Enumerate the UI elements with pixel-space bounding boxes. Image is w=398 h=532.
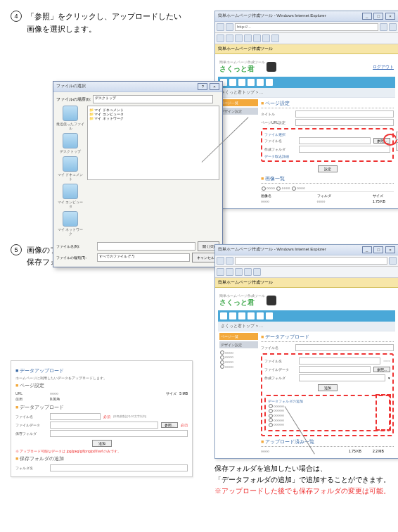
table-row[interactable]: ○○○○ 1.75 KB 2.2 MB — [261, 448, 394, 454]
foldername-input[interactable] — [50, 464, 188, 471]
dialog-file-list[interactable]: マイ ドキュメント マイ コンピュータ マイ ネットワーク — [87, 106, 219, 180]
place-recent[interactable]: 最近使ったファイル — [56, 106, 84, 130]
radio-option[interactable] — [220, 355, 224, 360]
radio-option[interactable] — [269, 414, 273, 418]
folder-select[interactable] — [299, 374, 385, 381]
place-desktop[interactable]: デスクトップ — [56, 133, 84, 153]
breadcrumb: さくっと君トップ > … — [218, 88, 395, 98]
minimize-button[interactable]: _ — [362, 246, 372, 253]
radio-option[interactable] — [269, 423, 273, 427]
help-button[interactable]: ? — [198, 83, 207, 90]
radio-option[interactable] — [292, 186, 296, 191]
sidebar-item[interactable]: ページ一覧 — [219, 99, 258, 106]
place-network[interactable]: マイ ネットワーク — [56, 211, 84, 236]
toolbar-icon[interactable] — [253, 268, 261, 276]
forward-icon[interactable] — [226, 23, 233, 31]
file-input[interactable] — [295, 344, 394, 351]
address-bar[interactable]: http://... — [235, 23, 378, 31]
menu-icon[interactable] — [257, 312, 264, 319]
filetype-select[interactable]: すべてのファイル (*.*) — [97, 253, 190, 262]
folder-select[interactable] — [50, 430, 188, 437]
menu-icon[interactable] — [238, 312, 245, 319]
step-5-caption: 保存フォルダを追加したい場合は、 「データフォルダの追加」で追加することができま… — [214, 463, 398, 497]
folder-select[interactable] — [299, 146, 390, 153]
close-button[interactable]: × — [385, 13, 395, 20]
menu-icon[interactable] — [229, 312, 236, 319]
add-button[interactable]: 追加 — [318, 384, 338, 391]
title-input[interactable] — [295, 110, 394, 118]
radio-option[interactable] — [220, 350, 224, 355]
filedata-input[interactable] — [50, 422, 158, 429]
place-computer[interactable]: マイ コンピュータ — [56, 184, 84, 208]
forward-icon[interactable] — [226, 257, 233, 265]
logout-link[interactable]: ログアウト — [373, 64, 394, 70]
filename-input[interactable] — [299, 137, 371, 144]
menu-icon[interactable] — [220, 312, 227, 319]
menu-icon[interactable] — [229, 79, 236, 86]
sidebar: ページ一覧 デザイン設定 ○○○○ ○○○○ ○○○○ ○○○○ — [218, 331, 259, 455]
radio-option[interactable] — [269, 404, 273, 408]
menu-icon[interactable] — [238, 79, 245, 86]
page-header: 簡単ホームページ作成ツール さくっと君 ログアウト — [218, 57, 395, 77]
toolbar-icon[interactable] — [253, 34, 261, 42]
look-in-select[interactable]: デスクトップ — [93, 95, 213, 103]
page-content: 簡単ホームページ作成ツール さくっと君 さくっと君トップ > … — [215, 288, 398, 458]
radio-option[interactable] — [276, 186, 281, 191]
radio-option[interactable] — [269, 409, 273, 413]
menu-icon[interactable] — [248, 312, 255, 319]
sidebar-item[interactable]: ページ一覧 — [219, 333, 258, 340]
close-button[interactable]: × — [385, 246, 395, 253]
close-button[interactable]: × — [210, 83, 219, 90]
list-item[interactable]: マイ ネットワーク — [89, 116, 217, 120]
toolbar-icon[interactable] — [235, 268, 243, 276]
toolbar-icon[interactable] — [217, 268, 224, 276]
browse-button[interactable]: 参照... — [161, 422, 178, 428]
filename-row: ファイル名(N): 開く(O) — [56, 241, 219, 251]
menu-icon[interactable] — [257, 79, 264, 86]
filename-input[interactable] — [50, 413, 101, 420]
place-documents[interactable]: マイ ドキュメント — [56, 156, 84, 181]
toolbar-icon[interactable] — [262, 34, 270, 42]
submit-button[interactable]: 設定 — [318, 165, 338, 172]
toolbar-icon[interactable] — [226, 34, 233, 42]
sidebar-item[interactable]: デザイン設定 — [219, 341, 258, 348]
browser-window: 簡単ホームページ作成ツール - Windows Internet Explore… — [214, 11, 398, 209]
browser-tab[interactable]: 簡単ホームページ作成ツール — [215, 278, 398, 288]
toolbar-icon[interactable] — [271, 34, 279, 42]
toolbar-icon[interactable] — [244, 268, 252, 276]
browser-tab[interactable]: 簡単ホームページ作成ツール — [215, 44, 398, 54]
radio-option[interactable] — [220, 365, 224, 369]
maximize-button[interactable]: □ — [373, 246, 383, 253]
radio-option[interactable] — [220, 360, 224, 365]
look-in-label: ファイルの場所(I): — [56, 96, 91, 103]
main-layout: ページ一覧 デザイン設定 ページ設定 タイトル ページURL設定 — [218, 98, 395, 205]
filename-input[interactable] — [299, 357, 380, 365]
filename-input[interactable] — [97, 242, 195, 251]
add-button[interactable]: 追加 — [92, 440, 112, 447]
browse-button[interactable]: 参照... — [373, 367, 390, 372]
panel-intro: ホームページに利用したいデータをアップロードします。 — [15, 376, 188, 380]
maximize-button[interactable]: □ — [373, 13, 383, 20]
url-input[interactable] — [295, 119, 394, 126]
refresh-icon[interactable] — [380, 23, 387, 31]
toolbar-icon[interactable] — [235, 34, 243, 42]
radio-option[interactable] — [269, 418, 273, 422]
menu-icon[interactable] — [248, 79, 255, 86]
address-bar[interactable] — [235, 257, 387, 265]
filter-radios: ○○○○ ○○○○ ○○○○ — [261, 185, 394, 191]
filedata-input[interactable] — [299, 366, 371, 373]
back-icon[interactable] — [217, 257, 224, 265]
toolbar-icon[interactable] — [244, 34, 252, 42]
toolbar-icon[interactable] — [226, 268, 233, 276]
menu-icon[interactable] — [266, 79, 273, 86]
radio-option[interactable] — [262, 186, 266, 191]
minimize-button[interactable]: _ — [362, 13, 372, 20]
stop-icon[interactable] — [389, 23, 397, 31]
submit-row: 追加 — [264, 382, 390, 393]
table-row[interactable]: ○○○○ ○○○○ 1.75 KB — [261, 198, 394, 204]
sidebar-item[interactable]: デザイン設定 — [219, 108, 258, 115]
menu-icon[interactable] — [266, 312, 273, 319]
toolbar-icon[interactable] — [217, 34, 224, 42]
back-icon[interactable] — [217, 23, 224, 31]
refresh-icon[interactable] — [389, 257, 397, 265]
